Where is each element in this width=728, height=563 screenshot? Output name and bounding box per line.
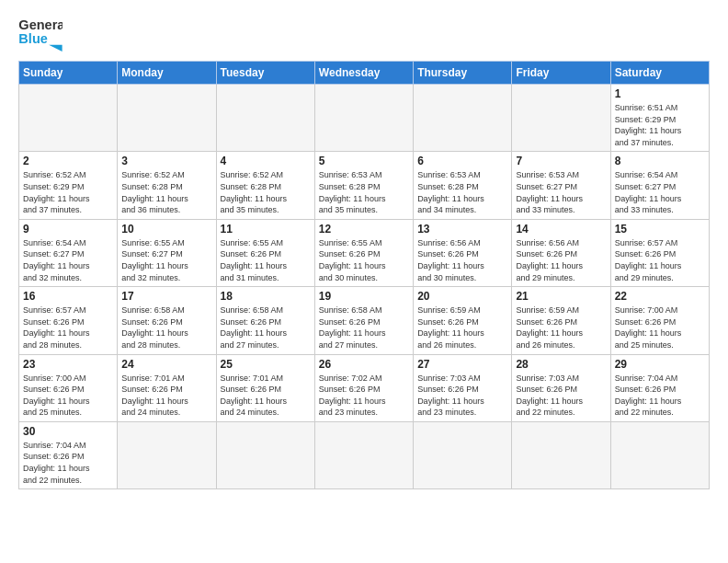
calendar-cell-9: 4Sunrise: 6:52 AM Sunset: 6:28 PM Daylig… — [216, 152, 314, 219]
weekday-header-wednesday: Wednesday — [314, 62, 413, 85]
calendar-cell-0 — [19, 85, 118, 152]
header: General Blue — [18, 15, 710, 52]
calendar-cell-13: 8Sunrise: 6:54 AM Sunset: 6:27 PM Daylig… — [610, 152, 709, 219]
day-number: 20 — [417, 290, 507, 303]
calendar-cell-19: 14Sunrise: 6:56 AM Sunset: 6:26 PM Dayli… — [512, 219, 610, 286]
day-info: Sunrise: 6:52 AM Sunset: 6:28 PM Dayligh… — [121, 169, 211, 215]
calendar-cell-37 — [216, 421, 314, 488]
calendar-cell-41 — [610, 421, 709, 488]
day-info: Sunrise: 6:55 AM Sunset: 6:27 PM Dayligh… — [121, 237, 211, 283]
calendar-cell-12: 7Sunrise: 6:53 AM Sunset: 6:27 PM Daylig… — [512, 152, 610, 219]
calendar-cell-5 — [512, 85, 610, 152]
day-number: 11 — [221, 223, 311, 236]
day-number: 14 — [516, 223, 606, 236]
day-info: Sunrise: 6:57 AM Sunset: 6:26 PM Dayligh… — [23, 304, 113, 350]
day-info: Sunrise: 6:57 AM Sunset: 6:26 PM Dayligh… — [615, 237, 705, 283]
day-info: Sunrise: 6:53 AM Sunset: 6:27 PM Dayligh… — [516, 169, 606, 215]
day-number: 30 — [23, 425, 113, 438]
day-number: 15 — [615, 223, 705, 236]
generalblue-logo-icon: General Blue — [18, 15, 63, 52]
svg-marker-2 — [49, 45, 63, 52]
calendar-cell-11: 6Sunrise: 6:53 AM Sunset: 6:28 PM Daylig… — [414, 152, 512, 219]
day-info: Sunrise: 7:01 AM Sunset: 6:26 PM Dayligh… — [121, 373, 211, 419]
weekday-header-tuesday: Tuesday — [216, 62, 314, 85]
calendar-cell-1 — [118, 85, 216, 152]
weekday-header-row: SundayMondayTuesdayWednesdayThursdayFrid… — [19, 62, 710, 85]
day-info: Sunrise: 6:54 AM Sunset: 6:27 PM Dayligh… — [615, 169, 705, 215]
day-number: 5 — [319, 155, 409, 167]
svg-text:General: General — [18, 17, 63, 32]
weekday-header-thursday: Thursday — [414, 62, 512, 85]
calendar-row-3: 16Sunrise: 6:57 AM Sunset: 6:26 PM Dayli… — [19, 287, 710, 354]
calendar-cell-35: 30Sunrise: 7:04 AM Sunset: 6:26 PM Dayli… — [19, 421, 118, 488]
day-info: Sunrise: 6:55 AM Sunset: 6:26 PM Dayligh… — [319, 237, 409, 283]
calendar-cell-15: 10Sunrise: 6:55 AM Sunset: 6:27 PM Dayli… — [118, 219, 216, 286]
day-number: 6 — [417, 155, 507, 167]
calendar-cell-28: 23Sunrise: 7:00 AM Sunset: 6:26 PM Dayli… — [19, 354, 118, 421]
day-number: 24 — [121, 358, 211, 371]
day-info: Sunrise: 6:51 AM Sunset: 6:29 PM Dayligh… — [615, 102, 705, 148]
calendar-cell-23: 18Sunrise: 6:58 AM Sunset: 6:26 PM Dayli… — [216, 287, 314, 354]
weekday-header-saturday: Saturday — [610, 62, 709, 85]
calendar-cell-6: 1Sunrise: 6:51 AM Sunset: 6:29 PM Daylig… — [610, 85, 709, 152]
calendar-cell-7: 2Sunrise: 6:52 AM Sunset: 6:29 PM Daylig… — [19, 152, 118, 219]
calendar-cell-18: 13Sunrise: 6:56 AM Sunset: 6:26 PM Dayli… — [414, 219, 512, 286]
day-info: Sunrise: 6:59 AM Sunset: 6:26 PM Dayligh… — [417, 304, 507, 350]
calendar-cell-24: 19Sunrise: 6:58 AM Sunset: 6:26 PM Dayli… — [314, 287, 413, 354]
day-info: Sunrise: 6:53 AM Sunset: 6:28 PM Dayligh… — [417, 169, 507, 215]
calendar-cell-39 — [414, 421, 512, 488]
calendar-cell-3 — [314, 85, 413, 152]
day-info: Sunrise: 6:56 AM Sunset: 6:26 PM Dayligh… — [417, 237, 507, 283]
day-number: 27 — [417, 358, 507, 371]
calendar-cell-20: 15Sunrise: 6:57 AM Sunset: 6:26 PM Dayli… — [610, 219, 709, 286]
day-number: 4 — [221, 155, 311, 167]
day-number: 16 — [23, 290, 113, 303]
day-number: 25 — [221, 358, 311, 371]
calendar-cell-36 — [118, 421, 216, 488]
day-number: 28 — [516, 358, 606, 371]
calendar-cell-31: 26Sunrise: 7:02 AM Sunset: 6:26 PM Dayli… — [314, 354, 413, 421]
calendar-cell-14: 9Sunrise: 6:54 AM Sunset: 6:27 PM Daylig… — [19, 219, 118, 286]
day-info: Sunrise: 7:00 AM Sunset: 6:26 PM Dayligh… — [23, 373, 113, 419]
day-number: 22 — [615, 290, 705, 303]
calendar-cell-38 — [314, 421, 413, 488]
calendar-cell-8: 3Sunrise: 6:52 AM Sunset: 6:28 PM Daylig… — [118, 152, 216, 219]
day-info: Sunrise: 6:58 AM Sunset: 6:26 PM Dayligh… — [221, 304, 311, 350]
calendar-cell-27: 22Sunrise: 7:00 AM Sunset: 6:26 PM Dayli… — [610, 287, 709, 354]
calendar-row-1: 2Sunrise: 6:52 AM Sunset: 6:29 PM Daylig… — [19, 152, 710, 219]
calendar-cell-21: 16Sunrise: 6:57 AM Sunset: 6:26 PM Dayli… — [19, 287, 118, 354]
calendar-cell-33: 28Sunrise: 7:03 AM Sunset: 6:26 PM Dayli… — [512, 354, 610, 421]
day-info: Sunrise: 7:02 AM Sunset: 6:26 PM Dayligh… — [319, 373, 409, 419]
day-info: Sunrise: 7:04 AM Sunset: 6:26 PM Dayligh… — [23, 440, 113, 486]
day-number: 23 — [23, 358, 113, 371]
calendar-cell-4 — [414, 85, 512, 152]
day-info: Sunrise: 7:01 AM Sunset: 6:26 PM Dayligh… — [221, 373, 311, 419]
calendar-cell-32: 27Sunrise: 7:03 AM Sunset: 6:26 PM Dayli… — [414, 354, 512, 421]
day-number: 21 — [516, 290, 606, 303]
svg-text:Blue: Blue — [18, 31, 48, 46]
day-info: Sunrise: 6:56 AM Sunset: 6:26 PM Dayligh… — [516, 237, 606, 283]
day-number: 19 — [319, 290, 409, 303]
calendar-cell-22: 17Sunrise: 6:58 AM Sunset: 6:26 PM Dayli… — [118, 287, 216, 354]
day-number: 1 — [615, 87, 705, 100]
calendar-row-4: 23Sunrise: 7:00 AM Sunset: 6:26 PM Dayli… — [19, 354, 710, 421]
calendar-cell-30: 25Sunrise: 7:01 AM Sunset: 6:26 PM Dayli… — [216, 354, 314, 421]
day-info: Sunrise: 7:00 AM Sunset: 6:26 PM Dayligh… — [615, 304, 705, 350]
page: General Blue SundayMondayTuesdayWednesda… — [0, 0, 728, 563]
day-number: 26 — [319, 358, 409, 371]
calendar-cell-40 — [512, 421, 610, 488]
day-info: Sunrise: 6:52 AM Sunset: 6:29 PM Dayligh… — [23, 169, 113, 215]
calendar-cell-17: 12Sunrise: 6:55 AM Sunset: 6:26 PM Dayli… — [314, 219, 413, 286]
weekday-header-friday: Friday — [512, 62, 610, 85]
day-info: Sunrise: 7:03 AM Sunset: 6:26 PM Dayligh… — [516, 373, 606, 419]
day-number: 10 — [121, 223, 211, 236]
calendar-cell-25: 20Sunrise: 6:59 AM Sunset: 6:26 PM Dayli… — [414, 287, 512, 354]
day-number: 18 — [221, 290, 311, 303]
calendar-row-2: 9Sunrise: 6:54 AM Sunset: 6:27 PM Daylig… — [19, 219, 710, 286]
day-number: 3 — [121, 155, 211, 167]
calendar-row-0: 1Sunrise: 6:51 AM Sunset: 6:29 PM Daylig… — [19, 85, 710, 152]
weekday-header-sunday: Sunday — [19, 62, 118, 85]
calendar-cell-29: 24Sunrise: 7:01 AM Sunset: 6:26 PM Dayli… — [118, 354, 216, 421]
logo: General Blue — [18, 15, 63, 52]
calendar-cell-26: 21Sunrise: 6:59 AM Sunset: 6:26 PM Dayli… — [512, 287, 610, 354]
